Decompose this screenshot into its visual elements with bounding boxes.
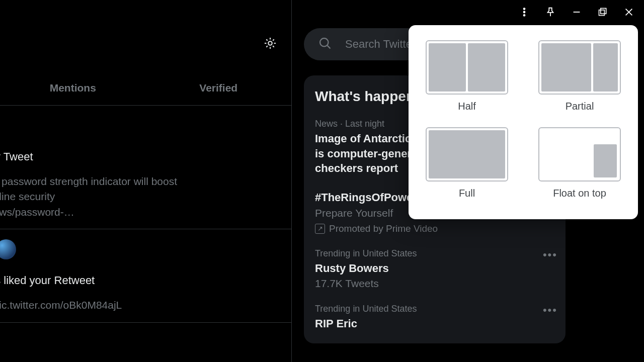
layout-option-full[interactable]: Full xyxy=(421,127,513,199)
layout-thumb-full xyxy=(426,127,508,182)
layout-thumb-float xyxy=(538,127,621,182)
promoted-arrow-icon: ↗ xyxy=(315,224,325,234)
gear-icon xyxy=(263,43,277,52)
window-titlebar xyxy=(509,0,644,24)
pin-icon[interactable] xyxy=(544,6,556,18)
close-icon[interactable] xyxy=(623,6,635,18)
svg-point-6 xyxy=(320,38,328,46)
trend-meta: Trending in United States xyxy=(315,304,554,314)
tab-verified[interactable]: Verified xyxy=(146,82,292,94)
trend-more-icon[interactable]: ••• xyxy=(543,248,557,261)
notification-body-line: ver? pic.twitter.com/oBk0M84ajL xyxy=(0,298,291,313)
notification-title: d your Tweet xyxy=(0,149,291,165)
notification-title: others liked your Retweet xyxy=(0,273,291,289)
restore-icon[interactable] xyxy=(597,6,609,18)
notifications-column: Mentions Verified d your Tweet oming pas… xyxy=(0,0,292,362)
avatar xyxy=(0,239,16,259)
trend-title: Rusty Bowers xyxy=(315,261,554,276)
promoted-label: ↗ Promoted by Prime Video xyxy=(315,223,554,234)
layout-label: Float on top xyxy=(553,188,606,199)
window-layout-popover: Half Partial Full Float on top xyxy=(409,25,638,219)
notification-item[interactable]: others liked your Retweet ver? pic.twitt… xyxy=(0,229,291,322)
tab-mentions[interactable]: Mentions xyxy=(0,82,146,94)
svg-point-1 xyxy=(524,12,525,13)
svg-point-5 xyxy=(268,41,272,45)
trend-item[interactable]: ••• Trending in United States RIP Eric xyxy=(304,297,566,338)
trend-meta: Trending in United States xyxy=(315,248,554,259)
svg-rect-4 xyxy=(599,10,605,16)
svg-rect-3 xyxy=(601,9,606,14)
notification-body-line: om/news/password-… xyxy=(0,205,291,220)
trend-more-icon[interactable]: ••• xyxy=(543,304,557,317)
layout-option-partial[interactable]: Partial xyxy=(533,40,626,112)
layout-option-float[interactable]: Float on top xyxy=(533,127,626,199)
layout-label: Half xyxy=(458,101,476,112)
trend-item[interactable]: ••• Trending in United States Rusty Bowe… xyxy=(304,241,566,297)
search-icon xyxy=(318,36,332,52)
settings-button[interactable] xyxy=(263,36,277,50)
notifications-header xyxy=(0,0,291,70)
layout-thumb-half xyxy=(426,40,508,95)
notification-body-line: oming password strength indicator will b… xyxy=(0,174,291,189)
trend-title: RIP Eric xyxy=(315,316,554,331)
notification-item[interactable]: d your Tweet oming password strength ind… xyxy=(0,106,291,229)
notification-body-line: me online security xyxy=(0,189,291,204)
notification-tabs: Mentions Verified xyxy=(0,70,291,106)
more-vertical-icon[interactable] xyxy=(518,6,530,18)
svg-point-0 xyxy=(524,8,525,10)
layout-thumb-partial xyxy=(538,40,621,95)
layout-label: Full xyxy=(459,188,475,199)
svg-point-2 xyxy=(524,15,525,16)
minimize-icon[interactable] xyxy=(571,6,583,18)
trend-count: 17.7K Tweets xyxy=(315,278,554,290)
layout-label: Partial xyxy=(566,101,594,112)
layout-option-half[interactable]: Half xyxy=(421,40,513,112)
